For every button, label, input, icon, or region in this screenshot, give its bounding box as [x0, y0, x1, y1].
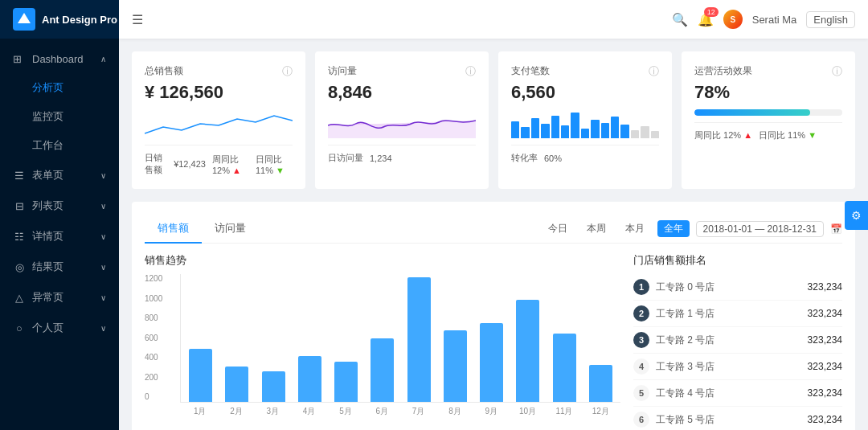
- activity-value: 78%: [694, 82, 842, 103]
- rank-name-1: 工专路 0 号店: [656, 281, 808, 294]
- sidebar-item-result[interactable]: ◎ 结果页 ∨: [0, 252, 119, 282]
- bar-chart-bars: [180, 274, 620, 403]
- visits-footer-label: 日访问量: [328, 152, 363, 164]
- chart-tabs-header: 销售额 访问量 今日 本周 本月 全年 2018-01-01 — 2018-12…: [145, 215, 842, 244]
- detail-arrow: ∨: [100, 232, 106, 241]
- y-label-400: 400: [145, 353, 174, 362]
- rank-value-6: 323,234: [808, 414, 842, 425]
- sidebar-item-list[interactable]: ⊟ 列表页 ∨: [0, 190, 119, 221]
- ranking-item-5: 5 工专路 4 号店 323,234: [633, 380, 842, 407]
- tab-sales[interactable]: 销售额: [145, 215, 202, 244]
- x-axis-labels: 1月 2月 3月 4月 5月 6月 7月 8月 9月 10月 11月: [180, 403, 620, 417]
- date-range-picker[interactable]: 2018-01-01 — 2018-12-31: [696, 221, 824, 237]
- x-label-8: 8月: [438, 403, 471, 417]
- total-sales-footer: 日销售额 ¥12,423 周同比 12% ▲ 日同比 11% ▼: [145, 145, 293, 176]
- bell-icon[interactable]: 🔔 12: [698, 12, 714, 27]
- form-label: 表单页: [32, 168, 63, 182]
- rank-value-2: 323,234: [808, 308, 842, 319]
- x-label-3: 3月: [256, 403, 289, 417]
- main-area: ☰ 🔍 🔔 12 S Serati Ma English 总销售额 ⓘ ¥ 12…: [119, 0, 868, 430]
- nav-group-dashboard: ⊞ Dashboard ∧ 分析页 监控页 工作台: [0, 45, 119, 160]
- sidebar-item-monitor[interactable]: 监控页: [0, 102, 119, 131]
- stat-cards-row: 总销售额 ⓘ ¥ 126,560 日销售额 ¥12,423 周同比 12% ▲ …: [132, 51, 855, 189]
- language-button[interactable]: English: [806, 11, 855, 28]
- monitor-label: 监控页: [32, 109, 63, 124]
- chart-filters: 今日 本周 本月 全年 2018-01-01 — 2018-12-31 📅: [542, 220, 842, 237]
- personal-icon: ○: [13, 322, 26, 334]
- y-label-0: 0: [145, 392, 174, 401]
- topbar: ☰ 🔍 🔔 12 S Serati Ma English: [119, 0, 868, 39]
- tab-visits[interactable]: 访问量: [202, 215, 259, 244]
- y-label-200: 200: [145, 373, 174, 382]
- personal-arrow: ∨: [100, 324, 106, 333]
- bar-feb: [220, 274, 253, 402]
- form-icon: ☰: [13, 170, 26, 182]
- bar-sep: [475, 274, 508, 402]
- activity-info-icon[interactable]: ⓘ: [832, 64, 842, 79]
- search-icon[interactable]: 🔍: [672, 12, 688, 27]
- nav-label-dashboard: Dashboard: [32, 53, 84, 65]
- rank-name-3: 工专路 2 号店: [656, 334, 808, 347]
- bar-nov: [548, 274, 581, 402]
- filter-today[interactable]: 今日: [542, 220, 574, 237]
- bar-dec: [584, 274, 617, 402]
- x-label-12: 12月: [584, 403, 617, 417]
- menu-toggle-icon[interactable]: ☰: [132, 12, 143, 27]
- chart-area: 销售趋势 0 200 400 600 800 1000 1200: [145, 253, 842, 430]
- filter-month[interactable]: 本月: [619, 220, 651, 237]
- rank-value-3: 323,234: [808, 334, 842, 346]
- form-arrow: ∨: [100, 171, 106, 180]
- stat-card-visits: 访问量 ⓘ 8,846 日访问量 1,234: [315, 51, 489, 189]
- x-label-4: 4月: [293, 403, 326, 417]
- visits-value: 8,846: [328, 82, 476, 103]
- workspace-label: 工作台: [32, 138, 63, 153]
- bar-jan: [184, 274, 217, 402]
- payments-info-icon[interactable]: ⓘ: [649, 64, 659, 79]
- exception-icon: △: [13, 292, 26, 304]
- y-axis: 0 200 400 600 800 1000 1200: [145, 274, 174, 417]
- payments-footer-label: 转化率: [511, 152, 538, 164]
- logo-icon: [13, 8, 35, 31]
- rank-num-4: 4: [633, 358, 649, 375]
- bar-oct: [511, 274, 544, 402]
- sidebar-item-exception[interactable]: △ 异常页 ∨: [0, 282, 119, 313]
- rank-num-5: 5: [633, 385, 649, 401]
- bar-may: [330, 274, 362, 402]
- ranking-item-6: 6 工专路 5 号店 323,234: [633, 407, 842, 430]
- rank-num-3: 3: [633, 332, 649, 348]
- total-sales-chart: [145, 109, 293, 138]
- total-sales-info-icon[interactable]: ⓘ: [282, 64, 293, 79]
- stat-card-total-sales: 总销售额 ⓘ ¥ 126,560 日销售额 ¥12,423 周同比 12% ▲ …: [132, 51, 305, 189]
- sidebar-item-detail[interactable]: ☷ 详情页 ∨: [0, 221, 119, 252]
- filter-year[interactable]: 全年: [657, 220, 690, 237]
- dashboard-arrow: ∧: [100, 55, 106, 63]
- chart-title: 销售趋势: [145, 253, 620, 268]
- personal-label: 个人页: [32, 321, 63, 335]
- sidebar-item-workspace[interactable]: 工作台: [0, 131, 119, 160]
- sidebar-item-personal[interactable]: ○ 个人页 ∨: [0, 313, 119, 343]
- settings-button[interactable]: ⚙: [845, 201, 868, 230]
- y-label-600: 600: [145, 334, 174, 342]
- total-sales-footer-value: ¥12,423: [174, 159, 206, 169]
- x-label-9: 9月: [475, 403, 508, 417]
- activity-progress-bar: [694, 109, 842, 116]
- rank-name-5: 工专路 4 号店: [656, 387, 808, 400]
- user-name[interactable]: Serati Ma: [752, 14, 797, 26]
- visits-info-icon[interactable]: ⓘ: [465, 64, 476, 79]
- exception-arrow: ∨: [100, 293, 106, 302]
- sidebar-item-form[interactable]: ☰ 表单页 ∨: [0, 160, 119, 190]
- visits-footer-value: 1,234: [370, 154, 392, 163]
- ranking-section: 门店销售额排名 1 工专路 0 号店 323,234 2 工专路 1 号店 32…: [633, 253, 842, 430]
- rank-num-1: 1: [633, 279, 649, 295]
- sidebar-item-analysis[interactable]: 分析页: [0, 73, 119, 102]
- nav-item-dashboard[interactable]: ⊞ Dashboard ∧: [0, 45, 119, 73]
- bar-aug: [439, 274, 472, 402]
- total-sales-symbol: ¥: [145, 82, 159, 102]
- ranking-list: 1 工专路 0 号店 323,234 2 工专路 1 号店 323,234 3 …: [633, 274, 842, 430]
- filter-week[interactable]: 本周: [580, 220, 612, 237]
- notification-badge: 12: [704, 7, 719, 17]
- ranking-title: 门店销售额排名: [633, 253, 842, 268]
- list-label: 列表页: [32, 199, 63, 213]
- calendar-icon[interactable]: 📅: [830, 223, 842, 235]
- bar-chart-with-yaxis: 0 200 400 600 800 1000 1200: [145, 274, 620, 417]
